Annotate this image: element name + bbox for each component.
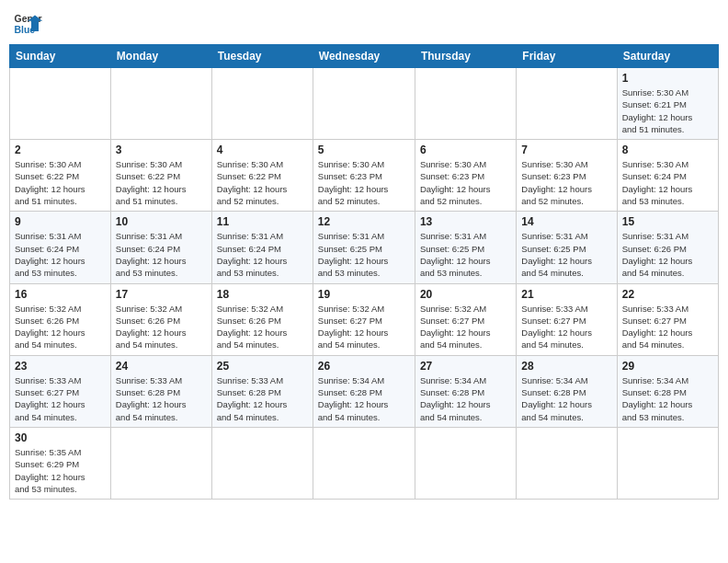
calendar-cell: 18Sunrise: 5:32 AM Sunset: 6:26 PM Dayli… [211,283,313,355]
day-info: Sunrise: 5:31 AM Sunset: 6:25 PM Dayligh… [318,230,410,279]
day-number: 20 [420,288,511,301]
day-info: Sunrise: 5:30 AM Sunset: 6:22 PM Dayligh… [217,158,308,207]
calendar-cell: 12Sunrise: 5:31 AM Sunset: 6:25 PM Dayli… [313,212,415,283]
day-number: 22 [622,288,713,301]
day-info: Sunrise: 5:30 AM Sunset: 6:21 PM Dayligh… [622,86,713,135]
calendar-cell: 26Sunrise: 5:34 AM Sunset: 6:28 PM Dayli… [313,355,415,427]
day-info: Sunrise: 5:30 AM Sunset: 6:24 PM Dayligh… [622,158,713,207]
day-number: 27 [420,360,511,373]
calendar-cell [110,427,211,499]
day-info: Sunrise: 5:32 AM Sunset: 6:26 PM Dayligh… [15,303,106,351]
calendar-cell [110,68,211,140]
day-number: 26 [318,360,410,373]
calendar-cell [517,427,617,499]
calendar-cell: 17Sunrise: 5:32 AM Sunset: 6:26 PM Dayli… [110,283,211,355]
calendar: SundayMondayTuesdayWednesdayThursdayFrid… [9,44,719,500]
weekday-header-friday: Friday [517,45,617,68]
calendar-cell: 6Sunrise: 5:30 AM Sunset: 6:23 PM Daylig… [415,140,516,212]
day-info: Sunrise: 5:34 AM Sunset: 6:28 PM Dayligh… [420,374,511,423]
day-info: Sunrise: 5:32 AM Sunset: 6:27 PM Dayligh… [420,303,511,351]
day-number: 21 [521,288,611,301]
calendar-cell: 19Sunrise: 5:32 AM Sunset: 6:27 PM Dayli… [313,283,415,355]
day-number: 16 [15,288,106,301]
day-number: 29 [622,360,713,373]
day-number: 2 [15,144,106,156]
day-info: Sunrise: 5:34 AM Sunset: 6:28 PM Dayligh… [318,374,410,423]
day-number: 18 [217,288,308,301]
calendar-cell [415,427,516,499]
calendar-cell: 9Sunrise: 5:31 AM Sunset: 6:24 PM Daylig… [10,212,111,283]
day-number: 30 [15,431,106,444]
day-info: Sunrise: 5:32 AM Sunset: 6:26 PM Dayligh… [217,303,308,351]
day-number: 8 [622,144,713,156]
day-info: Sunrise: 5:32 AM Sunset: 6:26 PM Dayligh… [116,303,207,351]
day-number: 9 [15,215,106,228]
day-number: 4 [217,144,308,156]
logo-icon: General Blue [13,9,42,39]
calendar-cell: 27Sunrise: 5:34 AM Sunset: 6:28 PM Dayli… [415,355,516,427]
weekday-header-sunday: Sunday [10,45,111,68]
day-info: Sunrise: 5:30 AM Sunset: 6:23 PM Dayligh… [521,158,611,207]
weekday-header-thursday: Thursday [415,45,516,68]
day-info: Sunrise: 5:31 AM Sunset: 6:24 PM Dayligh… [15,230,106,279]
weekday-header-tuesday: Tuesday [211,45,313,68]
calendar-cell: 5Sunrise: 5:30 AM Sunset: 6:23 PM Daylig… [313,140,415,212]
day-info: Sunrise: 5:31 AM Sunset: 6:24 PM Dayligh… [116,230,207,279]
weekday-header-monday: Monday [110,45,211,68]
day-number: 14 [521,215,611,228]
calendar-cell: 7Sunrise: 5:30 AM Sunset: 6:23 PM Daylig… [517,140,617,212]
day-number: 19 [318,288,410,301]
day-info: Sunrise: 5:31 AM Sunset: 6:25 PM Dayligh… [420,230,511,279]
day-info: Sunrise: 5:32 AM Sunset: 6:27 PM Dayligh… [318,303,410,351]
calendar-cell: 3Sunrise: 5:30 AM Sunset: 6:22 PM Daylig… [110,140,211,212]
calendar-cell: 24Sunrise: 5:33 AM Sunset: 6:28 PM Dayli… [110,355,211,427]
calendar-cell: 15Sunrise: 5:31 AM Sunset: 6:26 PM Dayli… [617,212,718,283]
day-info: Sunrise: 5:30 AM Sunset: 6:22 PM Dayligh… [116,158,207,207]
calendar-cell: 21Sunrise: 5:33 AM Sunset: 6:27 PM Dayli… [517,283,617,355]
day-number: 3 [116,144,207,156]
calendar-cell: 23Sunrise: 5:33 AM Sunset: 6:27 PM Dayli… [10,355,111,427]
calendar-cell [517,68,617,140]
day-number: 1 [622,72,713,85]
calendar-cell: 22Sunrise: 5:33 AM Sunset: 6:27 PM Dayli… [617,283,718,355]
day-info: Sunrise: 5:30 AM Sunset: 6:23 PM Dayligh… [420,158,511,207]
logo: General Blue [13,9,42,39]
weekday-header-wednesday: Wednesday [313,45,415,68]
day-info: Sunrise: 5:33 AM Sunset: 6:28 PM Dayligh… [217,374,308,423]
calendar-cell [211,427,313,499]
calendar-cell [10,68,111,140]
day-number: 17 [116,288,207,301]
day-number: 23 [15,360,106,373]
calendar-cell [415,68,516,140]
calendar-cell: 11Sunrise: 5:31 AM Sunset: 6:24 PM Dayli… [211,212,313,283]
day-info: Sunrise: 5:31 AM Sunset: 6:25 PM Dayligh… [521,230,611,279]
day-number: 28 [521,360,611,373]
day-number: 7 [521,144,611,156]
day-info: Sunrise: 5:34 AM Sunset: 6:28 PM Dayligh… [622,374,713,423]
calendar-cell: 10Sunrise: 5:31 AM Sunset: 6:24 PM Dayli… [110,212,211,283]
day-number: 5 [318,144,410,156]
calendar-cell [313,427,415,499]
day-number: 13 [420,215,511,228]
calendar-cell: 20Sunrise: 5:32 AM Sunset: 6:27 PM Dayli… [415,283,516,355]
day-info: Sunrise: 5:33 AM Sunset: 6:28 PM Dayligh… [116,374,207,423]
day-number: 12 [318,215,410,228]
calendar-cell: 4Sunrise: 5:30 AM Sunset: 6:22 PM Daylig… [211,140,313,212]
calendar-cell: 16Sunrise: 5:32 AM Sunset: 6:26 PM Dayli… [10,283,111,355]
calendar-cell: 28Sunrise: 5:34 AM Sunset: 6:28 PM Dayli… [517,355,617,427]
day-number: 11 [217,215,308,228]
day-number: 24 [116,360,207,373]
day-info: Sunrise: 5:30 AM Sunset: 6:23 PM Dayligh… [318,158,410,207]
day-info: Sunrise: 5:31 AM Sunset: 6:26 PM Dayligh… [622,230,713,279]
day-info: Sunrise: 5:33 AM Sunset: 6:27 PM Dayligh… [15,374,106,423]
day-info: Sunrise: 5:33 AM Sunset: 6:27 PM Dayligh… [521,303,611,351]
day-info: Sunrise: 5:35 AM Sunset: 6:29 PM Dayligh… [15,446,106,495]
calendar-cell: 14Sunrise: 5:31 AM Sunset: 6:25 PM Dayli… [517,212,617,283]
calendar-cell: 13Sunrise: 5:31 AM Sunset: 6:25 PM Dayli… [415,212,516,283]
calendar-cell: 29Sunrise: 5:34 AM Sunset: 6:28 PM Dayli… [617,355,718,427]
calendar-cell [617,427,718,499]
weekday-header-saturday: Saturday [617,45,718,68]
calendar-cell [313,68,415,140]
day-number: 25 [217,360,308,373]
day-number: 10 [116,215,207,228]
